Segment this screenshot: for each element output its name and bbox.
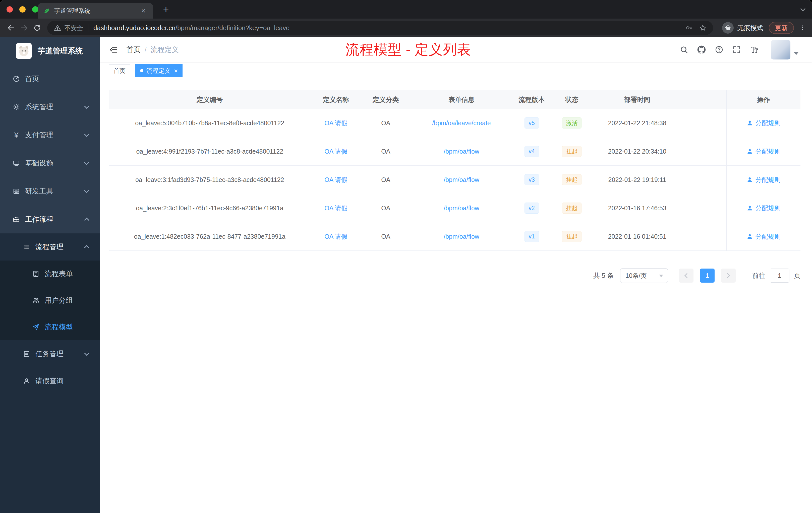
tab-search-chevron-icon[interactable] <box>800 6 807 13</box>
update-button[interactable]: 更新 <box>769 22 794 34</box>
column-header-status: 状态 <box>551 90 593 109</box>
assign-rule-button[interactable]: 分配规则 <box>747 147 781 156</box>
version-tag: v2 <box>524 203 539 214</box>
assign-rule-button[interactable]: 分配规则 <box>747 119 781 127</box>
sidebar-item-label: 流程表单 <box>45 269 73 279</box>
sidebar-item-leave-query[interactable]: 请假查询 <box>0 367 100 395</box>
sidebar-item-system[interactable]: 系统管理 <box>0 93 100 121</box>
definition-name-link[interactable]: OA 请假 <box>324 176 348 184</box>
definition-table: 定义编号 定义名称 定义分类 表单信息 流程版本 状态 部署时间 操作 oa_l… <box>109 90 801 251</box>
tag-close-icon[interactable] <box>174 67 178 74</box>
tag-process-definition[interactable]: 流程定义 <box>135 64 182 77</box>
sidebar-item-process-form[interactable]: 流程表单 <box>0 261 100 287</box>
help-question-icon[interactable] <box>715 45 724 54</box>
navbar-actions <box>679 40 799 59</box>
sidebar-logo[interactable]: 芋道管理系统 <box>0 37 100 65</box>
form-link[interactable]: /bpm/oa/flow <box>444 233 479 240</box>
definition-name-link[interactable]: OA 请假 <box>324 204 348 212</box>
user-menu[interactable] <box>771 40 799 59</box>
forward-button[interactable] <box>18 21 31 34</box>
bookmark-star-icon[interactable] <box>699 24 706 32</box>
assign-rule-button[interactable]: 分配规则 <box>747 233 781 241</box>
sidebar-item-process-model[interactable]: 流程模型 <box>0 314 100 340</box>
main-area: 首页 流程定义 流程模型 - 定义列表 <box>100 37 812 513</box>
definition-id: oa_leave:3:1fad3d93-7b75-11ec-a3c8-acde4… <box>109 165 311 194</box>
goto-page: 前往 页 <box>752 269 801 282</box>
spacer-cell <box>682 165 726 194</box>
chevron-down-icon <box>84 104 89 109</box>
back-button[interactable] <box>4 21 18 34</box>
page-size-select[interactable]: 10条/页 <box>620 268 668 283</box>
app-title: 芋道管理系统 <box>38 46 83 56</box>
sidebar-item-task-management[interactable]: 任务管理 <box>0 340 100 367</box>
form-link[interactable]: /bpm/oa/flow <box>444 205 479 212</box>
sidebar-item-payment[interactable]: ¥ 支付管理 <box>0 121 100 149</box>
hamburger-icon[interactable] <box>108 44 119 55</box>
definition-name-link[interactable]: OA 请假 <box>324 233 348 241</box>
tag-home[interactable]: 首页 <box>109 64 130 77</box>
password-key-icon[interactable] <box>686 24 693 32</box>
devtools-icon <box>12 187 20 195</box>
table-row: oa_leave:1:482ec033-762a-11ec-8477-a2380… <box>109 222 801 251</box>
prev-page-button[interactable] <box>679 269 694 282</box>
incognito-badge: 无痕模式 <box>722 22 763 34</box>
page-size-value: 10条/页 <box>626 272 647 280</box>
user-icon <box>747 233 753 240</box>
column-header-definition-id: 定义编号 <box>109 90 311 109</box>
table-row: oa_leave:5:004b710b-7b8a-11ec-8ef0-acde4… <box>109 109 801 137</box>
status-badge: 挂起 <box>562 203 581 214</box>
browser-menu-kebab-icon[interactable] <box>798 23 808 33</box>
address-bar[interactable]: 不安全 dashboard.yudao.iocoder.cn/bpm/manag… <box>47 21 713 35</box>
assign-rule-button[interactable]: 分配规则 <box>747 204 781 212</box>
window-minimize-button[interactable] <box>19 6 26 12</box>
not-secure-warning-icon[interactable] <box>54 24 61 32</box>
definition-name-link[interactable]: OA 请假 <box>324 147 348 156</box>
sidebar-item-devtools[interactable]: 研发工具 <box>0 177 100 205</box>
form-link[interactable]: /bpm/oa/leave/create <box>432 119 491 127</box>
sidebar-item-process-management[interactable]: 流程管理 <box>0 233 100 261</box>
version-tag: v4 <box>524 146 539 157</box>
tags-view: 首页 流程定义 <box>100 62 812 79</box>
app-root: 芋道管理系统 首页 系统管理 ¥ 支付管理 <box>0 37 812 513</box>
fullscreen-icon[interactable] <box>732 45 741 54</box>
sidebar-item-infrastructure[interactable]: 基础设施 <box>0 149 100 177</box>
column-header-actions: 操作 <box>726 90 801 109</box>
user-icon <box>747 176 753 183</box>
deploy-time: 2022-01-22 21:48:38 <box>593 109 682 137</box>
sidebar-item-label: 工作流程 <box>25 215 53 224</box>
reload-button[interactable] <box>31 21 44 34</box>
sidebar-item-user-group[interactable]: 用户分组 <box>0 287 100 314</box>
user-avatar[interactable] <box>771 40 790 59</box>
form-link[interactable]: /bpm/oa/flow <box>444 148 479 155</box>
browser-tab[interactable]: 芋道管理系统 <box>38 3 153 19</box>
goto-page-input[interactable] <box>770 269 789 282</box>
url-text[interactable]: dashboard.yudao.iocoder.cn/bpm/manager/d… <box>93 24 290 32</box>
browser-window: 芋道管理系统 不安全 dashboard.yudao.iocoder.cn/bp… <box>0 0 812 513</box>
breadcrumb-home[interactable]: 首页 <box>126 45 141 55</box>
search-icon[interactable] <box>679 45 689 54</box>
security-label: 不安全 <box>64 24 83 32</box>
column-header-spacer <box>682 90 726 109</box>
payment-yen-icon: ¥ <box>12 131 20 139</box>
definition-id: oa_leave:4:991f2193-7b7f-11ec-a3c8-acde4… <box>109 137 311 165</box>
definition-name-link[interactable]: OA 请假 <box>324 119 348 127</box>
tab-close-icon[interactable] <box>139 6 148 15</box>
status-badge: 挂起 <box>562 231 581 242</box>
breadcrumb: 首页 流程定义 <box>126 45 179 55</box>
sidebar: 芋道管理系统 首页 系统管理 ¥ 支付管理 <box>0 37 100 513</box>
window-close-button[interactable] <box>6 6 13 12</box>
new-tab-button[interactable] <box>161 4 171 15</box>
form-link[interactable]: /bpm/oa/flow <box>444 176 479 183</box>
omnibox-divider <box>88 24 88 32</box>
font-size-icon[interactable] <box>750 45 759 54</box>
tag-label: 流程定义 <box>146 67 171 75</box>
browser-tab-strip: 芋道管理系统 <box>0 0 812 19</box>
next-page-button[interactable] <box>721 269 736 282</box>
deploy-time: 2022-01-16 01:40:51 <box>593 222 682 250</box>
sidebar-item-workflow[interactable]: 工作流程 <box>0 205 100 233</box>
sidebar-item-label: 用户分组 <box>45 296 73 305</box>
github-icon[interactable] <box>697 45 706 54</box>
assign-rule-button[interactable]: 分配规则 <box>747 176 781 184</box>
sidebar-item-home[interactable]: 首页 <box>0 65 100 93</box>
current-page-button[interactable]: 1 <box>700 269 715 282</box>
